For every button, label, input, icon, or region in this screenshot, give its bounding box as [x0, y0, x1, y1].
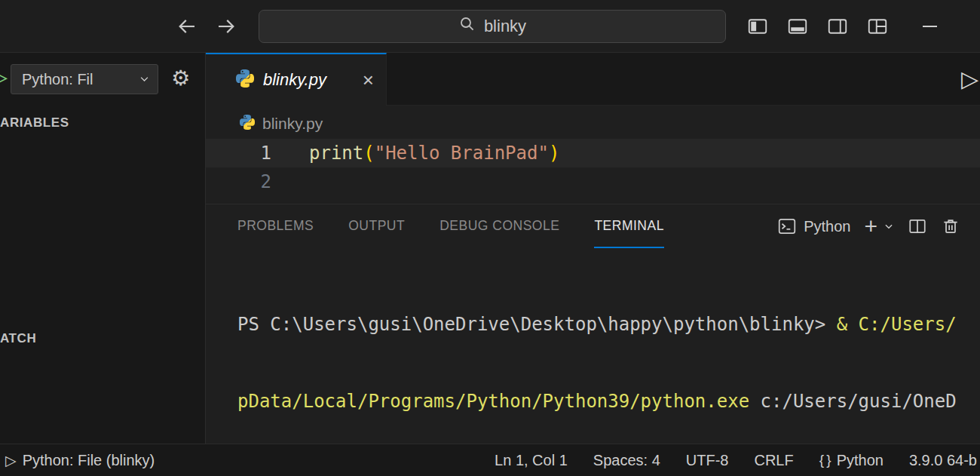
editor-group: blinky.py × ▷ blinky.py 1 print("Hello B… — [206, 53, 980, 204]
debug-status-label: Python: File (blinky) — [23, 452, 155, 469]
tab-label: blinky.py — [263, 70, 326, 90]
title-bar: blinky — [0, 0, 980, 53]
tab-strip: blinky.py × ▷ — [206, 53, 980, 106]
language-mode[interactable]: { } Python — [819, 452, 884, 469]
toggle-sidebar-right-icon[interactable] — [826, 15, 849, 38]
tab-output[interactable]: OUTPUT — [348, 204, 405, 248]
terminal-shell-selector[interactable]: Python — [777, 217, 850, 236]
tab-problems[interactable]: PROBLEMS — [237, 204, 314, 248]
new-terminal-icon[interactable]: + — [864, 215, 877, 238]
code-line-content: print("Hello BrainPad") — [309, 143, 559, 164]
toggle-sidebar-left-icon[interactable] — [746, 15, 769, 38]
python-file-icon — [240, 115, 255, 134]
kill-terminal-trash-icon[interactable] — [941, 217, 960, 236]
split-terminal-icon[interactable] — [908, 217, 927, 236]
tab-blinky-py[interactable]: blinky.py × — [206, 53, 387, 106]
tab-debug-console[interactable]: DEBUG CONSOLE — [439, 204, 559, 248]
terminal-text: pData/Local/Programs/Python/Python39/pyt… — [237, 391, 749, 412]
status-bar: ▷ Python: File (blinky) Ln 1, Col 1 Spac… — [0, 444, 980, 476]
terminal-icon — [777, 217, 797, 236]
terminal-dropdown-chevron-icon[interactable] — [884, 221, 894, 232]
minimize-icon[interactable] — [923, 26, 937, 27]
code-area[interactable]: 1 print("Hello BrainPad") 2 — [206, 139, 980, 196]
bottom-panel: PROBLEMS OUTPUT DEBUG CONSOLE TERMINAL P… — [206, 204, 980, 444]
python-file-icon — [236, 69, 254, 91]
cursor-position[interactable]: Ln 1, Col 1 — [495, 452, 568, 469]
toggle-panel-icon[interactable] — [786, 15, 809, 38]
eol-sequence[interactable]: CRLF — [754, 452, 793, 469]
terminal-shell-label: Python — [804, 218, 850, 235]
debug-play-icon: ▷ — [5, 453, 17, 468]
customize-layout-icon[interactable] — [866, 15, 889, 38]
code-token: ( — [363, 143, 374, 164]
code-token: print — [309, 143, 363, 164]
search-icon — [458, 15, 476, 38]
nav-arrows — [176, 0, 237, 53]
forward-arrow-icon[interactable] — [215, 15, 237, 38]
code-line: 2 — [206, 167, 980, 196]
language-label: Python — [837, 452, 884, 469]
terminal-output[interactable]: PS C:\Users\gusi\OneDrive\Desktop\happy\… — [206, 248, 980, 444]
variables-section-header[interactable]: ARIABLES — [0, 115, 69, 131]
back-arrow-icon[interactable] — [176, 15, 198, 38]
run-file-icon[interactable]: ▷ — [961, 66, 978, 93]
statusbar-right: Ln 1, Col 1 Spaces: 4 UTF-8 CRLF { } Pyt… — [495, 452, 980, 469]
terminal-line: pData/Local/Programs/Python/Python39/pyt… — [237, 388, 980, 414]
command-center-search[interactable]: blinky — [259, 10, 726, 43]
close-icon[interactable]: × — [363, 70, 374, 90]
terminal-text: c:/Users/gusi/OneD — [749, 391, 957, 412]
terminal-text: & C:/Users/ — [837, 314, 957, 335]
code-line: 1 print("Hello BrainPad") — [206, 139, 980, 167]
gear-icon[interactable]: ⚙ — [171, 65, 190, 92]
code-token: "Hello BrainPad" — [375, 143, 549, 164]
breadcrumb-file: blinky.py — [262, 115, 323, 133]
line-number[interactable]: 2 — [206, 171, 271, 192]
run-debug-sidebar: ▷ Python: Fil ⚙ ARIABLES ATCH — [0, 53, 206, 444]
debug-config-dropdown[interactable]: Python: Fil — [11, 64, 158, 94]
breadcrumb[interactable]: blinky.py — [240, 113, 323, 134]
code-token: ) — [549, 143, 559, 164]
braces-icon: { } — [819, 452, 831, 468]
panel-header: PROBLEMS OUTPUT DEBUG CONSOLE TERMINAL P… — [206, 204, 980, 248]
terminal-text: PS C:\Users\gusi\OneDrive\Desktop\happy\… — [237, 314, 837, 335]
encoding[interactable]: UTF-8 — [686, 452, 729, 469]
panel-actions: Python + — [777, 204, 980, 248]
debug-config-label: Python: Fil — [22, 71, 93, 88]
watch-section-header[interactable]: ATCH — [0, 331, 36, 346]
search-value: blinky — [484, 17, 526, 36]
layout-controls — [746, 0, 889, 53]
tab-terminal[interactable]: TERMINAL — [594, 204, 663, 248]
indentation[interactable]: Spaces: 4 — [593, 452, 660, 469]
line-number[interactable]: 1 — [206, 143, 271, 164]
debug-status-item[interactable]: ▷ Python: File (blinky) — [0, 452, 155, 469]
terminal-line: PS C:\Users\gusi\OneDrive\Desktop\happy\… — [237, 312, 980, 337]
python-interpreter-version[interactable]: 3.9.0 64-b — [909, 452, 977, 469]
panel-tabs: PROBLEMS OUTPUT DEBUG CONSOLE TERMINAL — [206, 204, 664, 248]
vscode-window: blinky ▷ Python: Fil ⚙ AR — [0, 0, 980, 476]
start-debugging-icon[interactable]: ▷ — [0, 62, 8, 92]
chevron-down-icon — [139, 71, 150, 88]
